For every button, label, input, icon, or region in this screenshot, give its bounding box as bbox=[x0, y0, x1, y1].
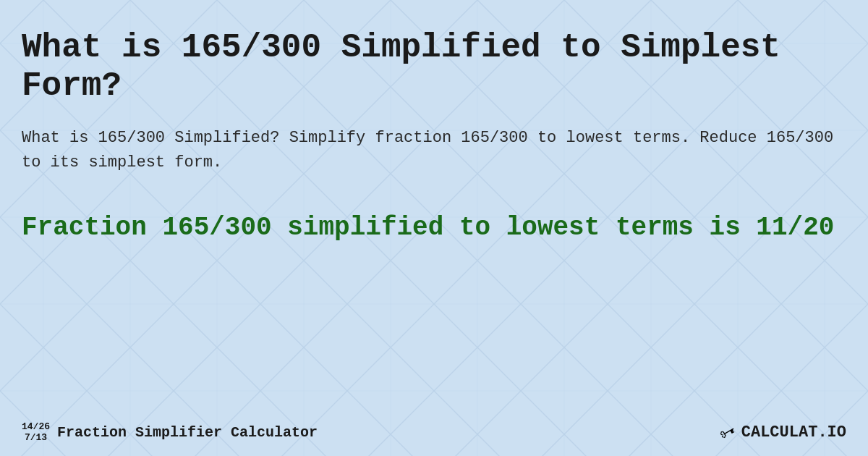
calculat-logo[interactable]: CALCULAT.IO bbox=[741, 423, 846, 442]
footer-brand-name: Fraction Simplifier Calculator bbox=[57, 424, 318, 441]
fraction-top: 14/26 bbox=[22, 422, 50, 432]
page-title: What is 165/300 Simplified to Simplest F… bbox=[22, 29, 846, 106]
footer-left: 14/26 7/13 Fraction Simplifier Calculato… bbox=[22, 422, 318, 443]
description-text: What is 165/300 Simplified? Simplify fra… bbox=[22, 126, 846, 175]
footer: 14/26 7/13 Fraction Simplifier Calculato… bbox=[0, 422, 868, 443]
result-section: Fraction 165/300 simplified to lowest te… bbox=[22, 211, 846, 245]
footer-right: 🗝 CALCULAT.IO bbox=[720, 423, 846, 442]
fraction-bottom: 7/13 bbox=[25, 433, 47, 443]
footer-fraction: 14/26 7/13 bbox=[22, 422, 50, 443]
key-icon: 🗝 bbox=[715, 421, 739, 445]
result-text: Fraction 165/300 simplified to lowest te… bbox=[22, 211, 846, 245]
